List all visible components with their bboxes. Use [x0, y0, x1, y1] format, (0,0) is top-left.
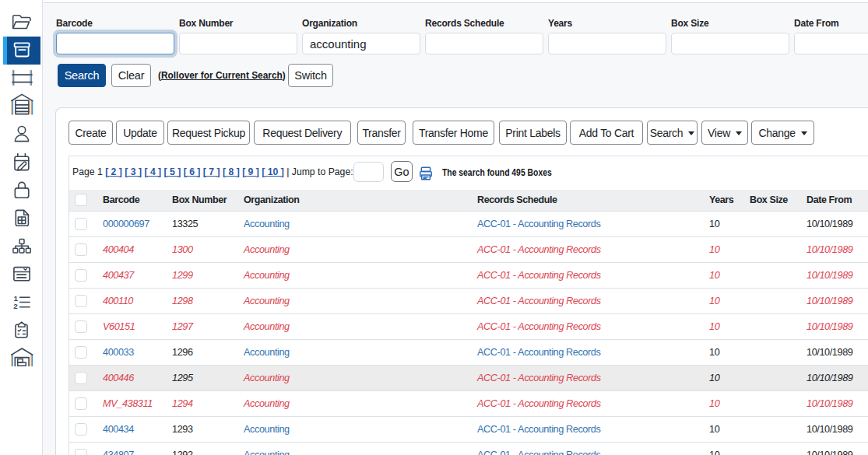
svg-text:2: 2 [13, 302, 18, 310]
